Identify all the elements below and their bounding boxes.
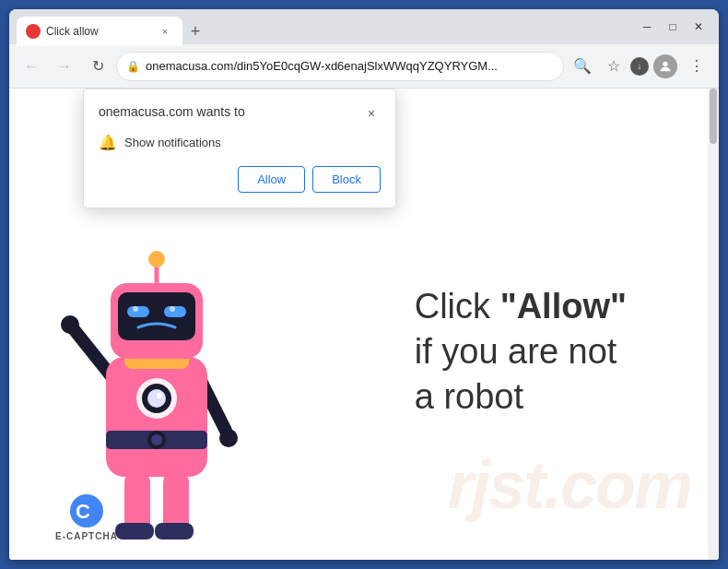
svg-text:C: C	[76, 500, 90, 523]
new-tab-button[interactable]: +	[182, 18, 208, 44]
scrollbar[interactable]	[708, 89, 719, 560]
svg-point-4	[219, 429, 238, 447]
svg-point-18	[170, 306, 175, 312]
address-text: onemacusa.com/din5YoE0cqGW-xd6enajSlxWWq…	[146, 59, 554, 73]
ecaptcha-logo-svg: C	[70, 494, 103, 528]
cta-line2: if you are not	[415, 328, 627, 373]
ecaptcha-badge: C E-CAPTCHA	[55, 494, 118, 541]
browser-window: Click allow × + ─ □ ✕ ← → ↻ 🔒 onemacusa.…	[9, 9, 719, 560]
cta-line3: a robot	[415, 374, 627, 420]
popup-close-button[interactable]: ×	[362, 104, 381, 123]
svg-point-2	[61, 315, 79, 334]
reload-button[interactable]: ↻	[83, 52, 112, 81]
download-icon: ↓	[638, 61, 642, 71]
popup-notification-row: 🔔 Show notifications	[99, 134, 381, 151]
tab-close-button[interactable]: ×	[157, 23, 173, 40]
allow-button[interactable]: Allow	[238, 166, 305, 193]
popup-buttons: Allow Block	[99, 166, 381, 193]
notification-popup: onemacusa.com wants to × 🔔 Show notifica…	[83, 89, 396, 208]
download-indicator[interactable]: ↓	[630, 57, 649, 76]
svg-point-7	[151, 434, 162, 445]
menu-icon: ⋮	[689, 57, 704, 75]
svg-line-1	[74, 329, 111, 375]
bell-icon: 🔔	[99, 134, 117, 151]
cta-text: Click "Allow" if you are not a robot	[415, 283, 627, 420]
profile-button[interactable]	[651, 52, 680, 81]
title-bar: Click allow × + ─ □ ✕	[9, 9, 719, 44]
svg-point-10	[147, 389, 166, 408]
popup-title: onemacusa.com wants to	[99, 104, 245, 119]
svg-point-17	[133, 306, 138, 312]
content-area: onemacusa.com wants to × 🔔 Show notifica…	[9, 89, 719, 560]
forward-button[interactable]: →	[50, 52, 79, 81]
popup-header: onemacusa.com wants to ×	[99, 104, 381, 123]
scrollbar-thumb[interactable]	[710, 89, 717, 144]
tab-bar: Click allow × +	[17, 9, 634, 44]
minimize-button[interactable]: ─	[634, 14, 660, 40]
address-bar[interactable]: 🔒 onemacusa.com/din5YoE0cqGW-xd6enajSlxW…	[116, 52, 564, 81]
close-button[interactable]: ✕	[686, 14, 711, 40]
svg-rect-15	[127, 306, 149, 317]
toolbar: ← → ↻ 🔒 onemacusa.com/din5YoE0cqGW-xd6en…	[9, 44, 719, 89]
search-button[interactable]: 🔍	[568, 52, 597, 81]
watermark-text: rjst.com	[448, 447, 691, 523]
window-controls: ─ □ ✕	[634, 14, 711, 40]
star-icon: ☆	[607, 57, 620, 75]
back-button[interactable]: ←	[17, 52, 46, 81]
block-button[interactable]: Block	[312, 166, 381, 193]
active-tab[interactable]: Click allow ×	[17, 17, 182, 46]
tab-title: Click allow	[46, 25, 151, 38]
profile-icon	[653, 54, 677, 78]
menu-button[interactable]: ⋮	[682, 52, 711, 81]
tab-favicon	[26, 24, 41, 39]
svg-point-20	[148, 251, 165, 267]
left-arm	[61, 315, 111, 375]
bookmark-button[interactable]: ☆	[599, 52, 628, 81]
svg-point-11	[157, 393, 162, 398]
maximize-button[interactable]: □	[660, 14, 686, 40]
lock-icon: 🔒	[126, 60, 140, 73]
svg-rect-23	[115, 523, 154, 539]
toolbar-actions: 🔍 ☆ ↓ ⋮	[568, 52, 711, 81]
search-icon: 🔍	[573, 57, 592, 75]
ecaptcha-label: E-CAPTCHA	[55, 531, 118, 541]
svg-point-0	[663, 61, 667, 65]
svg-rect-16	[164, 306, 186, 317]
svg-rect-14	[118, 292, 195, 340]
svg-rect-24	[155, 523, 194, 539]
cta-line1: Click "Allow"	[415, 283, 627, 328]
popup-notification-label: Show notifications	[124, 136, 221, 149]
